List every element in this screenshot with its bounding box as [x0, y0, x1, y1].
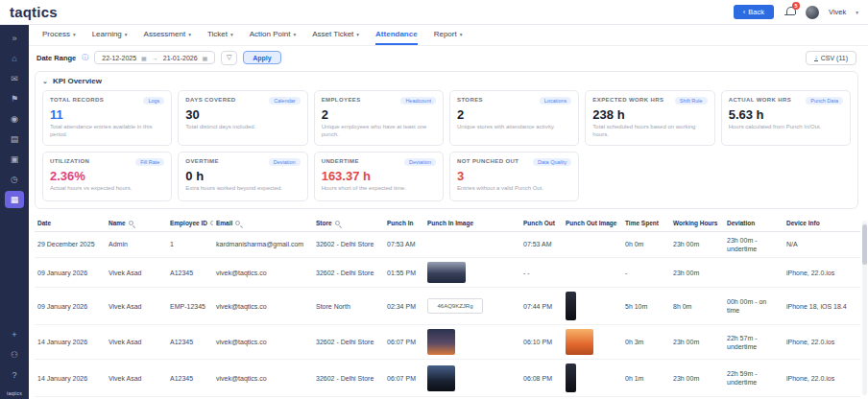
cell-store: 32602 - Delhi Store — [313, 325, 384, 360]
cell-working-hours: 23h 00m — [670, 231, 724, 258]
box-icon[interactable]: ▣ — [5, 151, 24, 168]
nav-item-report[interactable]: Report ▾ — [434, 25, 463, 45]
kpi-badge: Fill Rate — [135, 158, 164, 166]
cell-device-info: iPhone, 22.0.ios — [784, 258, 860, 288]
nav-item-action-point[interactable]: Action Point ▾ — [250, 25, 296, 45]
flag-icon[interactable]: ⚑ — [5, 90, 24, 107]
calendar-icon[interactable]: ▦ — [203, 55, 208, 61]
table-row[interactable]: 09 January 2026 Vivek Asad EMP-12345 viv… — [35, 288, 860, 325]
kpi-badge: Punch Data — [806, 97, 843, 105]
chevron-down-icon[interactable]: ▾ — [856, 10, 858, 15]
kpi-value: 238 h — [592, 107, 707, 122]
monitor-icon[interactable]: ▤ — [5, 130, 24, 148]
cell-employee-id: 1 — [167, 231, 213, 258]
cell-date: 09 January 2026 — [35, 288, 106, 325]
col-time-spent: Time Spent — [622, 215, 670, 232]
cell-name: Vivek Asad — [106, 288, 167, 325]
back-button[interactable]: ‹ Back — [734, 5, 774, 19]
col-punch-out-image: Punch Out Image — [563, 215, 622, 232]
end-date-value[interactable]: 21-01-2026 — [163, 55, 198, 61]
cell-date: 29 December 2025 — [35, 231, 106, 258]
kpi-title: OVERTIME — [185, 158, 219, 164]
grid-icon-active[interactable]: ▦ — [5, 191, 24, 208]
vertical-scrollbar[interactable] — [862, 221, 867, 395]
eye-icon[interactable]: ◉ — [5, 110, 24, 128]
csv-export-button[interactable]: ↓ CSV (11) — [806, 51, 856, 65]
date-range-input[interactable]: 22-12-2025 ▦ → 21-01-2026 ▦ — [94, 51, 215, 64]
nav-item-asset-ticket[interactable]: Asset Ticket ▾ — [312, 25, 359, 45]
info-icon[interactable]: ⓘ — [82, 53, 88, 62]
nav-label: Assessment — [144, 30, 186, 38]
col-punch-in-image: Punch In Image — [424, 215, 520, 232]
cell-store: 32602 - Delhi Store — [313, 360, 384, 397]
punch-in-photo[interactable] — [427, 262, 466, 283]
apply-button[interactable]: Apply — [243, 51, 280, 64]
punch-out-photo[interactable] — [566, 364, 576, 392]
kpi-overview-toggle[interactable]: ⌄ KPI Overview — [42, 77, 851, 85]
notification-badge: 5 — [792, 2, 800, 10]
search-icon[interactable] — [129, 221, 133, 225]
nav-item-process[interactable]: Process ▾ — [42, 25, 76, 45]
cell-punch-in: 01:55 PM — [384, 258, 424, 288]
punch-in-image-alt-text[interactable]: 46AQ9KZJRg — [427, 298, 483, 314]
table-row[interactable]: 29 December 2025 Admin 1 kardmanisharma@… — [35, 231, 860, 258]
kpi-badge: Locations — [540, 97, 572, 105]
cell-punch-in-image: 46AQ9KZJRg — [424, 288, 520, 325]
filter-funnel-icon[interactable]: ▽ — [221, 51, 237, 65]
col-punch-out: Punch Out — [520, 215, 563, 232]
notification-bell-icon[interactable]: 5 — [784, 6, 796, 18]
cell-employee-id: A12345 — [167, 360, 213, 397]
avatar[interactable] — [806, 6, 819, 19]
cell-punch-out-image — [563, 288, 622, 325]
home-icon[interactable]: ⌂ — [5, 50, 24, 67]
calendar-icon[interactable]: ▦ — [141, 55, 147, 61]
table-row[interactable]: 14 January 2026 Vivek Asad A12345 vivek@… — [35, 325, 860, 360]
punch-out-photo[interactable] — [566, 329, 593, 355]
nav-item-learning[interactable]: Learning ▾ — [92, 25, 128, 45]
col-device-info: Device Info — [784, 215, 860, 232]
kpi-title: STORES — [457, 97, 483, 103]
download-icon: ↓ — [814, 54, 818, 61]
nav-item-ticket[interactable]: Ticket ▾ — [207, 25, 233, 45]
search-icon[interactable] — [210, 221, 213, 225]
table-row[interactable]: 14 January 2026 Vivek Asad A12345 vivek@… — [35, 360, 860, 397]
col-employee-id: Employee ID — [167, 215, 213, 232]
kpi-value: 2 — [457, 107, 571, 122]
nav-label: Process — [42, 30, 70, 38]
search-icon[interactable] — [335, 221, 340, 225]
cell-punch-out: 06:08 PM — [520, 360, 563, 397]
col-email: Email — [213, 215, 313, 232]
col-punch-in: Punch In — [384, 215, 424, 232]
kpi-badge: Calendar — [269, 97, 300, 105]
sidebar: » ⌂ ✉ ⚑ ◉ ▤ ▣ ◷ ▦ + ⚇ ? taqtics — [0, 25, 29, 399]
messages-icon[interactable]: ✉ — [5, 70, 24, 87]
kpi-title: DAYS COVERED — [185, 97, 235, 103]
search-icon[interactable] — [235, 221, 240, 225]
cell-date: 14 January 2026 — [35, 325, 106, 360]
punch-in-photo[interactable] — [427, 365, 455, 391]
nav-label: Action Point — [250, 30, 291, 38]
kpi-description: Total attendance entries available in th… — [50, 124, 164, 139]
table-header-row: Date Name Employee ID Email Store Punch … — [35, 215, 860, 232]
punch-in-photo[interactable] — [427, 329, 455, 355]
kpi-section-title: KPI Overview — [53, 77, 102, 85]
kpi-badge: Logs — [143, 97, 164, 105]
plus-icon[interactable]: + — [5, 326, 24, 343]
start-date-value[interactable]: 22-12-2025 — [102, 55, 136, 61]
collapse-icon[interactable]: » — [5, 30, 24, 47]
punch-out-photo[interactable] — [566, 292, 576, 320]
users-icon[interactable]: ⚇ — [5, 346, 24, 364]
kpi-value: 0 h — [185, 169, 300, 183]
nav-item-attendance[interactable]: Attendance — [375, 25, 418, 45]
help-icon[interactable]: ? — [5, 366, 24, 384]
chevron-collapse-icon: ⌄ — [42, 78, 48, 85]
nav-item-assessment[interactable]: Assessment ▾ — [144, 25, 191, 45]
scrollbar-thumb[interactable] — [862, 224, 867, 265]
table-row[interactable]: 09 January 2026 Vivek Asad A12345 vivek@… — [35, 258, 860, 288]
cell-deviation — [724, 258, 784, 288]
kpi-card-employees: EMPLOYEESHeadcount 2 Unique employees wh… — [314, 90, 444, 146]
cell-punch-in-image — [424, 258, 520, 288]
kpi-value: 11 — [50, 107, 164, 122]
clock-icon[interactable]: ◷ — [5, 171, 24, 188]
cell-working-hours: 23h 00m — [670, 258, 724, 288]
